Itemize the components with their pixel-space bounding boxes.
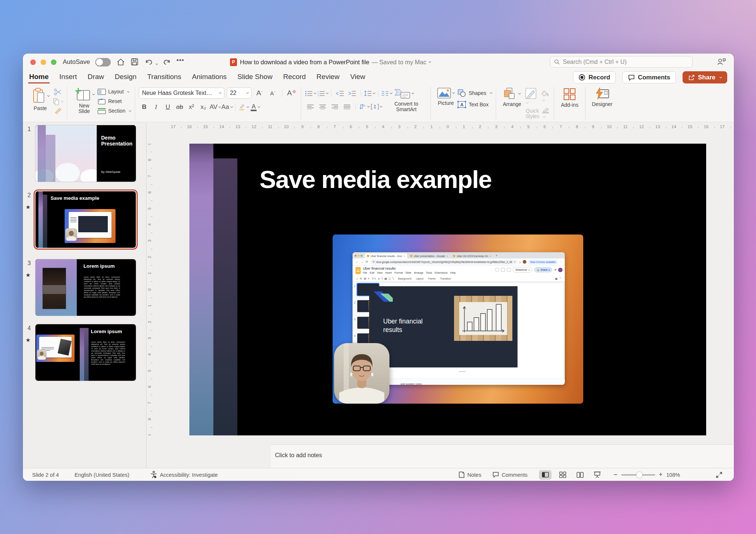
cut-icon[interactable]: [54, 88, 62, 96]
align-left-button[interactable]: [305, 102, 316, 112]
share-button[interactable]: Share: [683, 71, 727, 83]
normal-view-button[interactable]: [539, 470, 551, 480]
tab-transitions[interactable]: Transitions: [147, 72, 182, 83]
notes-pane[interactable]: Click to add notes: [271, 444, 734, 468]
shape-outline-icon[interactable]: [542, 107, 550, 120]
convert-smartart-icon[interactable]: [394, 88, 415, 99]
numbering-button[interactable]: 123: [317, 88, 328, 99]
ribbon-tabs: HomeInsertDrawDesignTransitionsAnimation…: [29, 71, 366, 85]
minimize-window-button[interactable]: [41, 59, 46, 65]
bold-button[interactable]: B: [139, 102, 150, 112]
reset-button[interactable]: Reset: [97, 98, 122, 105]
slide-canvas[interactable]: Save media example Uber financial result…: [189, 144, 706, 435]
superscript-button[interactable]: x²: [186, 102, 197, 112]
slide-thumbnail-4[interactable]: Lorem ipsum Lorem ipsum dolor sit amet, …: [35, 324, 136, 381]
change-case-button[interactable]: Aa: [221, 102, 233, 112]
decrease-indent-button[interactable]: [334, 88, 346, 99]
ruler-number: 3: [148, 337, 152, 339]
screenshot-slideshow-button: Slideshow: [513, 267, 532, 273]
close-window-button[interactable]: [30, 59, 36, 65]
home-icon[interactable]: [117, 58, 125, 66]
strikethrough-button[interactable]: ab: [174, 102, 185, 112]
increase-indent-button[interactable]: [347, 88, 358, 99]
columns-button[interactable]: [381, 88, 392, 99]
maximize-window-button[interactable]: [51, 59, 56, 65]
decrease-font-size-button[interactable]: Aˇ: [267, 88, 278, 98]
align-right-button[interactable]: [329, 102, 340, 112]
picture-icon: [437, 88, 451, 99]
zoom-out-button[interactable]: −: [614, 471, 618, 479]
character-spacing-button[interactable]: AV: [210, 102, 221, 112]
comments-button[interactable]: Comments: [622, 71, 676, 83]
record-icon: [578, 74, 585, 81]
layout-button[interactable]: Layout: [97, 89, 129, 95]
tab-draw[interactable]: Draw: [87, 72, 104, 83]
screenshot-filmstrip-number: 1: [354, 285, 355, 287]
autosave-toggle[interactable]: [95, 58, 111, 66]
presence-share-icon[interactable]: [717, 57, 726, 66]
search-input[interactable]: Search (Cmd + Ctrl + U): [550, 56, 693, 68]
record-button[interactable]: Record: [573, 71, 616, 83]
justify-button[interactable]: [341, 102, 353, 112]
slide-thumbnail-2[interactable]: Save media example: [35, 191, 136, 248]
ruler-number: 15: [688, 124, 693, 129]
format-painter-icon[interactable]: [54, 107, 62, 114]
subscript-button[interactable]: x₂: [198, 102, 209, 112]
clear-formatting-button[interactable]: A: [286, 88, 297, 98]
tab-design[interactable]: Design: [114, 72, 137, 83]
bullets-button[interactable]: [305, 88, 316, 99]
fit-slide-button[interactable]: [715, 468, 723, 481]
arrange-button[interactable]: Arrange: [500, 88, 524, 107]
reading-view-button[interactable]: [574, 470, 586, 480]
comments-toggle[interactable]: Comments: [492, 468, 528, 481]
highlight-color-button[interactable]: [238, 102, 249, 112]
tab-record[interactable]: Record: [283, 72, 306, 83]
slide-sorter-view-button[interactable]: [556, 470, 569, 480]
language-indicator[interactable]: English (United States): [75, 468, 129, 481]
ruler-number: 12: [252, 124, 257, 129]
tab-view[interactable]: View: [350, 72, 366, 83]
accessibility-status[interactable]: Accessibility: Investigate: [150, 468, 218, 481]
zoom-in-button[interactable]: +: [659, 471, 663, 479]
zoom-slider[interactable]: [621, 474, 655, 476]
slide-thumbnail-3[interactable]: Lorem ipsum Lorem ipsum dolor sit amet, …: [35, 259, 136, 316]
convert-smartart-label[interactable]: Convert to SmartArt: [386, 101, 427, 112]
zoom-level[interactable]: 108%: [666, 472, 680, 478]
section-button[interactable]: Section: [97, 108, 131, 114]
font-name-select[interactable]: Neue Haas Grotesk Text…: [139, 88, 224, 99]
align-text-button[interactable]: [371, 102, 382, 112]
underline-button[interactable]: U: [162, 102, 173, 112]
text-box-button[interactable]: A Text Box: [457, 101, 489, 108]
tab-animations[interactable]: Animations: [192, 72, 227, 83]
slide-thumbnail-1[interactable]: DemoPresentation By SlideSpeak: [35, 125, 136, 182]
screenshot-slide-logo: [374, 291, 394, 307]
slide-title[interactable]: Save media example: [260, 165, 492, 194]
slideshow-view-button[interactable]: [591, 470, 604, 480]
picture-button[interactable]: Picture: [434, 88, 457, 106]
align-center-button[interactable]: [317, 102, 328, 112]
increase-font-size-button[interactable]: Aˆ: [254, 88, 265, 98]
ruler-number: 9: [148, 434, 152, 435]
italic-button[interactable]: I: [151, 102, 162, 112]
font-size-select[interactable]: 22: [227, 88, 252, 99]
copy-icon[interactable]: [52, 98, 63, 105]
shapes-button[interactable]: Shapes: [457, 89, 492, 97]
new-slide-button[interactable]: New Slide: [71, 88, 97, 114]
add-ins-button[interactable]: Add-ins: [558, 88, 581, 108]
text-direction-button[interactable]: A: [359, 102, 370, 112]
line-spacing-button[interactable]: [364, 88, 375, 99]
tab-slide-show[interactable]: Slide Show: [237, 72, 273, 83]
tab-review[interactable]: Review: [316, 72, 340, 83]
slide-thumbnail-panel: 1 DemoPresentation By SlideSpeak 2 ★ Sav…: [23, 123, 147, 468]
saved-status: — Saved to my Mac: [371, 59, 426, 66]
ruler-number: 4: [148, 353, 152, 355]
tab-insert[interactable]: Insert: [59, 72, 78, 83]
paste-button[interactable]: Paste: [28, 88, 52, 111]
shape-fill-icon[interactable]: [541, 90, 549, 103]
notes-toggle[interactable]: Notes: [458, 468, 481, 481]
tab-home[interactable]: Home: [29, 72, 49, 83]
font-color-button[interactable]: A: [250, 102, 261, 112]
designer-button[interactable]: Designer: [589, 88, 615, 107]
embedded-screenshot-picture[interactable]: Uber financial results - Goo×Uber presen…: [333, 235, 583, 404]
quick-styles-icon[interactable]: [525, 88, 537, 106]
